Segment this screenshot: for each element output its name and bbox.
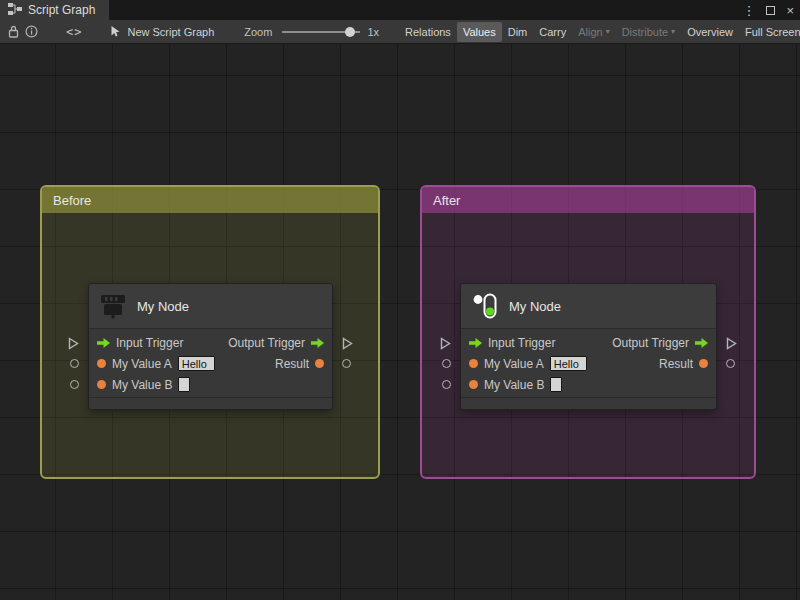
port-label: My Value B	[484, 378, 544, 392]
window-menu-icon[interactable]: ⋮	[742, 3, 755, 18]
value-a-input[interactable]	[550, 356, 587, 371]
toolbar-button-distribute[interactable]: Distribute▾	[616, 22, 681, 42]
flow-arrow-icon	[695, 338, 708, 348]
port-row-value-a: My Value A Result	[461, 353, 716, 374]
info-button[interactable]	[22, 20, 40, 44]
value-port-icon[interactable]	[315, 359, 324, 368]
toolbar-buttons: Relations Values Dim Carry Align▾ Distri…	[399, 20, 800, 44]
group-port-flow-out[interactable]	[726, 336, 737, 354]
node-footer	[461, 397, 716, 409]
port-label: My Value B	[112, 378, 172, 392]
graph-canvas[interactable]: Before After My Node	[0, 44, 800, 600]
graph-name-label: New Script Graph	[127, 26, 214, 38]
port-my-value-a[interactable]: My Value A	[97, 356, 215, 371]
port-result[interactable]: Result	[275, 357, 324, 371]
toolbar-button-align[interactable]: Align▾	[572, 22, 615, 42]
visual-scripting-icon	[470, 291, 500, 321]
group-after-header[interactable]: After	[422, 187, 754, 213]
value-a-input[interactable]	[178, 356, 215, 371]
port-output-trigger[interactable]: Output Trigger	[612, 336, 708, 350]
chevron-down-icon: ▾	[606, 22, 610, 42]
port-label: Result	[659, 357, 693, 371]
port-my-value-b[interactable]: My Value B	[97, 377, 190, 392]
pointer-icon	[110, 25, 121, 38]
chevron-down-icon: ▾	[671, 22, 675, 42]
node-header[interactable]: My Node	[461, 284, 716, 329]
node-footer	[89, 397, 332, 409]
port-label: Input Trigger	[116, 336, 183, 350]
zoom-slider[interactable]	[282, 26, 360, 38]
toolbar-button-carry[interactable]: Carry	[533, 22, 572, 42]
lock-button[interactable]	[4, 20, 22, 44]
port-my-value-b[interactable]: My Value B	[469, 377, 562, 392]
zoom-label: Zoom	[244, 26, 272, 38]
maximize-icon[interactable]	[766, 6, 775, 15]
port-output-trigger[interactable]: Output Trigger	[228, 336, 324, 350]
graph-name-button[interactable]: New Script Graph	[110, 25, 214, 38]
info-icon	[25, 25, 38, 38]
graph-toolbar: <> New Script Graph Zoom 1x Relations Va…	[0, 20, 800, 44]
node-header[interactable]: My Node	[89, 284, 332, 329]
value-b-input[interactable]	[178, 377, 190, 392]
port-label: Output Trigger	[228, 336, 305, 350]
group-port-flow-in[interactable]	[440, 336, 451, 354]
group-port-flow-out[interactable]	[342, 336, 353, 354]
group-port-value-out[interactable]	[726, 359, 735, 368]
group-port-value-in[interactable]	[442, 359, 451, 368]
value-port-icon[interactable]	[469, 380, 478, 389]
port-row-triggers: Input Trigger Output Trigger	[461, 332, 716, 353]
port-label: My Value A	[112, 357, 172, 371]
script-machine-icon	[98, 291, 128, 321]
graph-icon	[8, 3, 22, 18]
value-b-input[interactable]	[550, 377, 562, 392]
tab-label: Script Graph	[28, 3, 95, 17]
group-title: Before	[53, 193, 91, 208]
tab-script-graph[interactable]: Script Graph	[0, 0, 109, 20]
port-input-trigger[interactable]: Input Trigger	[97, 336, 183, 350]
close-icon[interactable]: ×	[786, 3, 794, 18]
toolbar-button-values[interactable]: Values	[457, 22, 502, 42]
group-title: After	[433, 193, 460, 208]
flow-arrow-icon	[97, 338, 110, 348]
group-port-flow-in[interactable]	[68, 336, 79, 354]
lock-icon	[8, 25, 19, 38]
node-title: My Node	[137, 299, 189, 314]
port-input-trigger[interactable]: Input Trigger	[469, 336, 555, 350]
group-port-value-in[interactable]	[442, 380, 451, 389]
node-my-node-after[interactable]: My Node Input Trigger Output Trigger	[460, 283, 717, 410]
port-label: Input Trigger	[488, 336, 555, 350]
group-port-value-in[interactable]	[70, 359, 79, 368]
port-row-value-a: My Value A Result	[89, 353, 332, 374]
value-port-icon[interactable]	[469, 359, 478, 368]
port-label: My Value A	[484, 357, 544, 371]
tab-bar: Script Graph ⋮ ×	[0, 0, 800, 20]
port-my-value-a[interactable]: My Value A	[469, 356, 587, 371]
flow-arrow-icon	[469, 338, 482, 348]
zoom-slider-handle[interactable]	[345, 27, 355, 37]
node-my-node-before[interactable]: My Node Input Trigger Output Trigger	[88, 283, 333, 410]
code-view-button[interactable]: <>	[62, 20, 86, 44]
value-port-icon[interactable]	[97, 359, 106, 368]
group-port-value-in[interactable]	[70, 380, 79, 389]
port-row-value-b: My Value B	[461, 374, 716, 395]
port-label: Result	[275, 357, 309, 371]
value-port-icon[interactable]	[699, 359, 708, 368]
group-before-header[interactable]: Before	[42, 187, 378, 213]
port-label: Output Trigger	[612, 336, 689, 350]
zoom-value: 1x	[367, 26, 379, 38]
node-title: My Node	[509, 299, 561, 314]
value-port-icon[interactable]	[97, 380, 106, 389]
toolbar-button-overview[interactable]: Overview	[681, 22, 739, 42]
port-row-value-b: My Value B	[89, 374, 332, 395]
port-row-triggers: Input Trigger Output Trigger	[89, 332, 332, 353]
script-graph-window: Script Graph ⋮ × <> New Script Graph Zoo…	[0, 0, 800, 600]
group-port-value-out[interactable]	[342, 359, 351, 368]
toolbar-button-relations[interactable]: Relations	[399, 22, 457, 42]
port-result[interactable]: Result	[659, 357, 708, 371]
flow-arrow-icon	[311, 338, 324, 348]
toolbar-button-fullscreen[interactable]: Full Screen	[739, 22, 800, 42]
toolbar-button-dim[interactable]: Dim	[502, 22, 534, 42]
